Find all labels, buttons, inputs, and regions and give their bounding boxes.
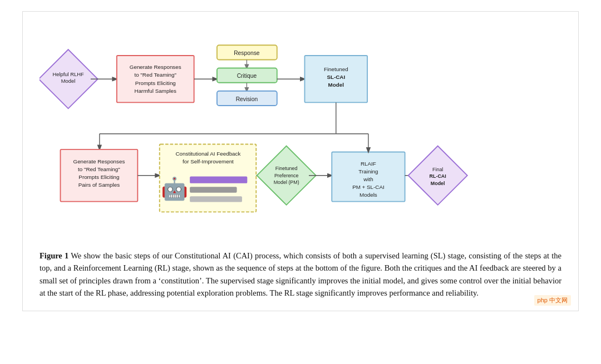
svg-text:to "Red Teaming": to "Red Teaming": [78, 166, 120, 172]
svg-text:Model: Model: [431, 181, 445, 186]
node-generate-red-team-top: Generate Responses to "Red Teaming" Prom…: [117, 56, 194, 102]
watermark: php 中文网: [534, 295, 571, 306]
node-constitutional-ai-feedback: Constitutional AI Feedback for Self-Impr…: [160, 144, 257, 212]
svg-text:Response: Response: [234, 50, 260, 56]
svg-text:Preference: Preference: [274, 173, 299, 178]
node-revision-box: Revision: [217, 91, 277, 106]
svg-text:Generate Responses: Generate Responses: [73, 158, 125, 164]
svg-text:Pairs of Samples: Pairs of Samples: [78, 182, 120, 188]
svg-rect-37: [190, 187, 237, 192]
figure-label: Figure 1: [40, 251, 68, 260]
node-helpful-rlhf: Helpful RLHF Model: [40, 49, 98, 108]
node-finetuned-pm: Finetuned Preference Model (PM): [257, 146, 316, 205]
caption-text: We show the basic steps of our Constitut…: [40, 251, 561, 297]
svg-text:Constitutional AI Feedback: Constitutional AI Feedback: [176, 151, 241, 157]
svg-text:Training: Training: [358, 168, 378, 174]
svg-rect-38: [190, 196, 242, 202]
svg-text:Generate Responses: Generate Responses: [130, 64, 181, 70]
svg-text:PM + SL-CAI: PM + SL-CAI: [352, 184, 385, 190]
svg-text:Model: Model: [61, 78, 76, 84]
node-final-rl-cai: Final RL-CAI Model: [408, 146, 467, 205]
svg-text:RLAIF: RLAIF: [361, 161, 376, 167]
svg-text:Model: Model: [328, 82, 344, 88]
node-finetuned-slcai: Finetuned SL-CAI Model: [305, 56, 368, 102]
svg-text:🤖: 🤖: [161, 176, 189, 202]
svg-text:Revision: Revision: [236, 96, 258, 102]
svg-text:Harmful Samples: Harmful Samples: [135, 88, 176, 94]
svg-text:Helpful RLHF: Helpful RLHF: [52, 72, 84, 77]
node-generate-red-team-bottom: Generate Responses to "Red Teaming" Prom…: [61, 149, 138, 202]
svg-text:with: with: [363, 176, 373, 182]
svg-text:to "Red Teaming": to "Red Teaming": [134, 72, 176, 78]
svg-text:Finetuned: Finetuned: [275, 166, 298, 171]
svg-text:Prompts Eliciting: Prompts Eliciting: [135, 80, 176, 86]
figure-wrapper: Helpful RLHF Model Generate Responses to…: [22, 11, 579, 311]
svg-text:Critique: Critique: [237, 73, 257, 79]
svg-text:Prompts Eliciting: Prompts Eliciting: [78, 174, 119, 180]
svg-rect-4: [117, 56, 194, 102]
figure-container: Helpful RLHF Model Generate Responses to…: [22, 11, 579, 311]
svg-text:RL-CAI: RL-CAI: [430, 173, 446, 179]
svg-text:Model (PM): Model (PM): [274, 179, 299, 185]
svg-text:Finetuned: Finetuned: [324, 66, 348, 72]
svg-text:SL-CAI: SL-CAI: [327, 74, 345, 80]
svg-text:for Self-Improvement: for Self-Improvement: [183, 158, 234, 164]
figure-caption: Figure 1 We show the basic steps of our …: [40, 250, 561, 300]
diagram-svg: Helpful RLHF Model Generate Responses to…: [40, 23, 561, 240]
node-rlaif-training: RLAIF Training with PM + SL-CAI Models: [332, 152, 405, 202]
node-response-box: Response: [217, 45, 277, 59]
svg-text:Models: Models: [359, 192, 377, 198]
node-critique-box: Critique: [217, 68, 277, 83]
svg-rect-36: [190, 177, 247, 183]
svg-text:Final: Final: [432, 167, 443, 172]
